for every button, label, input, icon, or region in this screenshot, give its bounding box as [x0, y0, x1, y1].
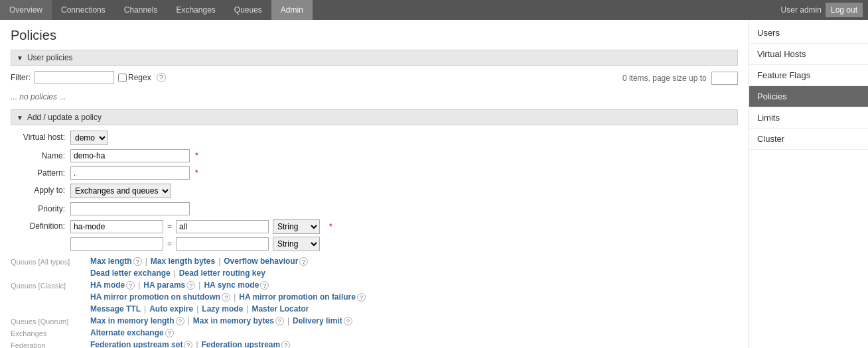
nav-queues[interactable]: Queues [225, 0, 271, 20]
page-size-input[interactable]: 100 [711, 72, 738, 85]
ql-all-row1: Queues [All types] Max length ? | Max le… [11, 257, 738, 266]
virtual-host-label: Virtual host: [11, 131, 70, 142]
ha-mirror-shutdown-help-icon[interactable]: ? [222, 293, 230, 302]
federation-upstream-set-help-icon[interactable]: ? [184, 341, 192, 349]
filter-help-icon[interactable]: ? [157, 73, 166, 82]
ql-federation-upstream-set[interactable]: Federation upstream set [90, 340, 182, 348]
no-policies-text: ... no policies ... [11, 92, 738, 101]
ql-delivery-limit[interactable]: Delivery limit [293, 316, 342, 325]
pattern-label: Pattern: [11, 166, 70, 178]
user-policies-label: User policies [27, 53, 73, 62]
user-policies-arrow: ▼ [17, 54, 23, 62]
max-in-memory-bytes-help-icon[interactable]: ? [275, 317, 284, 325]
ql-ha-mode[interactable]: HA mode [90, 280, 125, 290]
def-key-2[interactable] [70, 237, 163, 251]
ql-quorum-row: Queues [Quorum] Max in memory length ? |… [11, 316, 738, 325]
ql-federation-label: Federation [11, 340, 90, 348]
def-val-1[interactable] [176, 220, 269, 233]
ql-all-label: Queues [All types] [11, 257, 90, 266]
pattern-row: Pattern: * [11, 166, 738, 180]
ql-ha-mirror-failure[interactable]: HA mirror promotion on failure [239, 292, 356, 302]
ql-max-length[interactable]: Max length [90, 257, 132, 266]
ql-classic-links-row3: Message TTL | Auto expire | Lazy mode | … [90, 304, 309, 314]
add-policy-arrow: ▼ [17, 114, 23, 121]
ql-dead-letter-routing-key[interactable]: Dead letter routing key [179, 268, 265, 278]
top-nav: Overview Connections Channels Exchanges … [0, 0, 868, 20]
sidebar-item-users[interactable]: Users [749, 23, 868, 44]
ql-max-in-memory-length[interactable]: Max in memory length [90, 316, 175, 325]
ql-auto-expire[interactable]: Auto expire [149, 304, 193, 314]
max-in-memory-length-help-icon[interactable]: ? [176, 317, 184, 325]
sidebar-item-feature-flags[interactable]: Feature Flags [749, 65, 868, 86]
def-type-1[interactable]: String Number Boolean List [273, 219, 320, 234]
apply-to-select[interactable]: Exchanges and queues Exchanges Queues [70, 184, 171, 198]
name-input[interactable] [70, 149, 190, 162]
nav-connections[interactable]: Connections [52, 0, 115, 20]
filter-input[interactable] [35, 71, 114, 84]
regex-label: Regex [128, 73, 151, 82]
ql-classic-label-2 [11, 292, 90, 294]
virtual-host-select[interactable]: demo / [70, 131, 108, 145]
ql-federation-upstream[interactable]: Federation upstream [202, 340, 281, 348]
ql-all-links-row2: Dead letter exchange | Dead letter routi… [90, 268, 265, 278]
ql-federation-row: Federation Federation upstream set ? | F… [11, 340, 738, 348]
max-length-help-icon[interactable]: ? [133, 257, 142, 266]
eq-sign-2: = [167, 239, 172, 249]
ql-ha-mirror-shutdown[interactable]: HA mirror promotion on shutdown [90, 292, 220, 302]
ha-sync-help-icon[interactable]: ? [260, 281, 269, 290]
ql-max-in-memory-bytes[interactable]: Max in memory bytes [193, 316, 274, 325]
priority-input[interactable] [70, 202, 190, 215]
add-policy-header[interactable]: ▼ Add / update a policy [11, 109, 738, 125]
ql-lazy-mode[interactable]: Lazy mode [202, 304, 243, 314]
ql-message-ttl[interactable]: Message TTL [90, 304, 141, 314]
alternate-exchange-help-icon[interactable]: ? [165, 329, 174, 337]
nav-admin[interactable]: Admin [271, 0, 313, 20]
apply-to-field: Exchanges and queues Exchanges Queues [70, 184, 171, 198]
def-required-star: * [329, 222, 332, 231]
sidebar-item-virtual-hosts[interactable]: Virtual Hosts [749, 44, 868, 65]
nav-overview[interactable]: Overview [0, 0, 52, 20]
definition-area: = String Number Boolean List * = [70, 219, 332, 251]
sidebar-item-cluster[interactable]: Cluster [749, 129, 868, 150]
ql-classic-links-row1: HA mode ? | HA params ? | HA sync mode ? [90, 280, 269, 290]
ql-master-locator[interactable]: Master Locator [252, 304, 309, 314]
ql-exchanges-links: Alternate exchange ? [90, 328, 174, 337]
regex-label-container: Regex [118, 73, 151, 82]
apply-to-row: Apply to: Exchanges and queues Exchanges… [11, 184, 738, 198]
ha-mirror-failure-help-icon[interactable]: ? [357, 293, 366, 302]
ql-exchanges-label: Exchanges [11, 328, 90, 337]
regex-checkbox[interactable] [118, 74, 127, 82]
logout-button[interactable]: Log out [826, 3, 863, 17]
ha-mode-help-icon[interactable]: ? [126, 281, 135, 290]
nav-exchanges[interactable]: Exchanges [167, 0, 224, 20]
ql-quorum-links: Max in memory length ? | Max in memory b… [90, 316, 352, 325]
overflow-help-icon[interactable]: ? [299, 257, 308, 266]
top-nav-right: User admin Log out [781, 3, 868, 17]
nav-channels[interactable]: Channels [115, 0, 167, 20]
user-policies-header[interactable]: ▼ User policies [11, 50, 738, 66]
ha-params-help-icon[interactable]: ? [186, 281, 195, 290]
pattern-input[interactable] [70, 166, 190, 180]
sep7: | [144, 304, 146, 314]
ql-ha-params[interactable]: HA params [143, 280, 185, 290]
ql-dead-letter-exchange[interactable]: Dead letter exchange [90, 268, 171, 278]
virtual-host-field: demo / [70, 131, 108, 145]
ql-federation-links: Federation upstream set ? | Federation u… [90, 340, 290, 348]
def-type-2[interactable]: String Number Boolean List [273, 237, 320, 251]
page-title: Policies [11, 28, 738, 43]
sep11: | [287, 316, 289, 325]
def-key-1[interactable] [70, 220, 163, 233]
ql-overflow-behaviour[interactable]: Overflow behaviour [224, 257, 298, 266]
ql-max-length-bytes[interactable]: Max length bytes [151, 257, 215, 266]
sidebar-item-policies[interactable]: Policies [749, 86, 868, 107]
sidebar-item-limits[interactable]: Limits [749, 107, 868, 129]
filter-row: Filter: Regex ? [11, 71, 166, 84]
sep9: | [246, 304, 248, 314]
ql-alternate-exchange[interactable]: Alternate exchange [90, 328, 164, 337]
ql-ha-sync-mode[interactable]: HA sync mode [204, 280, 259, 290]
priority-label: Priority: [11, 202, 70, 213]
def-val-2[interactable] [176, 237, 269, 251]
delivery-limit-help-icon[interactable]: ? [344, 317, 352, 325]
definition-label: Definition: [11, 219, 70, 231]
federation-upstream-help-icon[interactable]: ? [281, 341, 290, 349]
